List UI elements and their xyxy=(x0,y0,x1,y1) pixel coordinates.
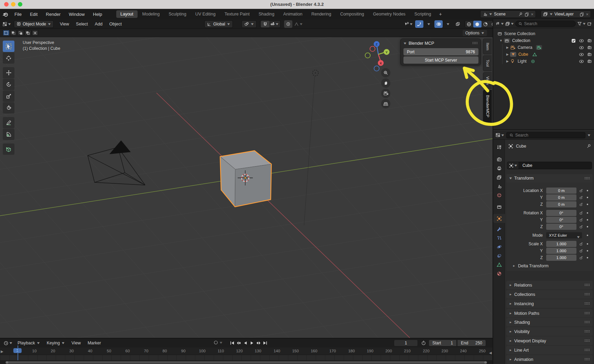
navigation-gizmo[interactable]: Z Y X xyxy=(365,41,390,71)
hide-viewport-eye-icon[interactable] xyxy=(579,38,584,43)
select-mode-intersect-button[interactable] xyxy=(32,30,39,36)
panel-viewport-display[interactable]: ▼Viewport Display xyxy=(506,336,593,345)
tab-particle-properties[interactable] xyxy=(493,233,505,242)
animate-dot[interactable] xyxy=(587,219,588,221)
animate-dot[interactable] xyxy=(587,212,588,214)
frame-end-field[interactable]: End 250 xyxy=(457,340,486,346)
menu-window[interactable]: Window xyxy=(65,12,89,17)
tool-add-cube[interactable] xyxy=(3,143,14,155)
viewport-menu-object[interactable]: Object xyxy=(106,22,125,26)
panel-instancing[interactable]: ▼Instancing xyxy=(506,299,593,308)
workspace-tab-scripting[interactable]: Scripting xyxy=(410,10,435,18)
next-keyframe-button[interactable] xyxy=(255,340,262,346)
zoom-window-button[interactable] xyxy=(18,2,22,7)
rotation-z-field[interactable]: 0° xyxy=(546,224,576,230)
drag-handle-icon[interactable] xyxy=(584,283,590,287)
expand-row-icon[interactable]: ▶ xyxy=(506,46,509,49)
disable-render-camera-icon[interactable] xyxy=(587,52,592,57)
light-data-icon[interactable] xyxy=(531,59,535,64)
drag-handle-icon[interactable] xyxy=(584,321,590,324)
viewlayer-selector[interactable]: ▼ ViewLayer × xyxy=(541,10,591,18)
mcp-port-field[interactable]: Port 9876 xyxy=(403,48,478,55)
properties-search-input[interactable]: Search xyxy=(506,132,585,138)
orthographic-toggle-button[interactable] xyxy=(381,99,390,108)
mcp-panel-header[interactable]: ▼ Blender MCP xyxy=(401,39,480,47)
frame-start-field[interactable]: Start 1 xyxy=(429,340,457,346)
drag-handle-icon[interactable] xyxy=(584,330,590,333)
hide-viewport-eye-icon[interactable] xyxy=(579,59,584,64)
lock-icon[interactable] xyxy=(579,249,583,253)
workspace-tab-layout[interactable]: Layout xyxy=(116,10,138,18)
snap-toggle[interactable] xyxy=(261,21,269,28)
tool-options-dropdown[interactable]: Options ▼ xyxy=(463,30,487,36)
location-z-field[interactable]: 0 m xyxy=(546,201,576,207)
gizmo-minus-y-ball[interactable] xyxy=(365,53,370,58)
current-frame-field[interactable]: 1 xyxy=(394,340,418,346)
drag-handle-icon[interactable] xyxy=(472,42,478,45)
pin-icon[interactable] xyxy=(518,12,523,17)
hide-viewport-eye-icon[interactable] xyxy=(579,45,584,50)
timeline-menu-view[interactable]: View xyxy=(68,341,84,345)
drag-handle-icon[interactable] xyxy=(584,302,590,305)
transform-panel-header[interactable]: ▼ Transform xyxy=(506,174,593,182)
previous-keyframe-button[interactable] xyxy=(236,340,242,346)
delta-transform-subpanel[interactable]: ▼ Delta Transform xyxy=(512,264,549,268)
object-id-icon[interactable]: ▼ xyxy=(507,162,519,169)
remove-viewlayer-icon[interactable]: × xyxy=(586,12,588,17)
shading-wireframe-button[interactable] xyxy=(465,21,473,28)
disable-render-camera-icon[interactable] xyxy=(587,38,592,43)
panel-visibility[interactable]: ▼Visibility xyxy=(506,327,593,336)
pivot-point-dropdown[interactable]: ▼ xyxy=(241,20,257,28)
location-x-field[interactable]: 0 m xyxy=(546,188,576,194)
select-mode-extend-button[interactable] xyxy=(10,30,17,36)
camera-view-button[interactable] xyxy=(381,89,390,98)
jump-to-end-button[interactable] xyxy=(262,340,268,346)
tab-data-properties[interactable] xyxy=(493,260,505,269)
xray-toggle[interactable] xyxy=(454,20,462,28)
lock-icon[interactable] xyxy=(579,195,583,200)
viewport-menu-view[interactable]: View xyxy=(56,22,73,26)
new-viewlayer-icon[interactable] xyxy=(580,12,584,17)
viewport-menu-select[interactable]: Select xyxy=(73,22,91,26)
blender-logo-icon[interactable] xyxy=(0,11,10,17)
workspace-tab-rendering[interactable]: Rendering xyxy=(307,10,335,18)
disable-render-camera-icon[interactable] xyxy=(587,59,592,64)
lock-icon[interactable] xyxy=(579,256,583,260)
editor-type-button[interactable]: ▼ xyxy=(2,22,11,26)
mode-dropdown[interactable]: Object Mode ▼ xyxy=(14,20,54,28)
tab-object-properties[interactable] xyxy=(493,214,505,223)
tool-annotate[interactable] xyxy=(3,117,14,128)
unlink-scene-icon[interactable]: × xyxy=(531,12,533,17)
lock-icon[interactable] xyxy=(579,202,583,206)
close-window-button[interactable] xyxy=(4,2,9,7)
menu-edit[interactable]: Edit xyxy=(26,12,42,17)
collapse-right-icon[interactable]: ◀ xyxy=(489,351,492,355)
sidebar-tab-item[interactable]: Item xyxy=(483,39,492,54)
timeline-ruler[interactable]: 1 10 20 30 40 50 60 70 80 90 100 110 120… xyxy=(0,347,493,355)
timeline-tick-strip[interactable] xyxy=(0,355,493,360)
animate-dot[interactable] xyxy=(587,197,588,198)
panel-motion-paths[interactable]: ▼Motion Paths xyxy=(506,309,593,318)
animate-dot[interactable] xyxy=(587,250,588,251)
mesh-data-icon[interactable] xyxy=(532,52,537,57)
play-button[interactable] xyxy=(249,340,255,346)
workspace-tab-modeling[interactable]: Modeling xyxy=(138,10,164,18)
outliner-row-collection[interactable]: ▼ Collection xyxy=(493,37,594,44)
tab-physics-properties[interactable] xyxy=(493,242,505,251)
rotation-mode-dropdown[interactable]: XYZ Euler▼ xyxy=(546,232,582,238)
timeline-scrollbar[interactable] xyxy=(6,361,487,364)
pan-view-button[interactable] xyxy=(381,78,390,88)
tab-render-properties[interactable] xyxy=(493,155,505,164)
timeline-menu-playback[interactable]: Playback▼ xyxy=(14,341,43,345)
camera-data-icon[interactable] xyxy=(536,45,542,50)
outliner-display-mode-dropdown[interactable]: ▼ xyxy=(495,21,504,26)
tool-select-box[interactable] xyxy=(3,41,14,52)
panel-animation[interactable]: ▼Animation xyxy=(506,355,593,364)
animate-dot[interactable] xyxy=(587,257,588,258)
outliner-row-light[interactable]: ▶ Light xyxy=(493,58,594,65)
transform-orientation-dropdown[interactable]: Global ▼ xyxy=(204,20,233,28)
workspace-tab-shading[interactable]: Shading xyxy=(255,10,279,18)
tab-scene-properties[interactable] xyxy=(493,182,505,191)
gizmo-dropdown[interactable]: ▼ xyxy=(425,20,433,28)
sidebar-tab-blendermcp[interactable]: BlenderMCP xyxy=(483,90,492,123)
